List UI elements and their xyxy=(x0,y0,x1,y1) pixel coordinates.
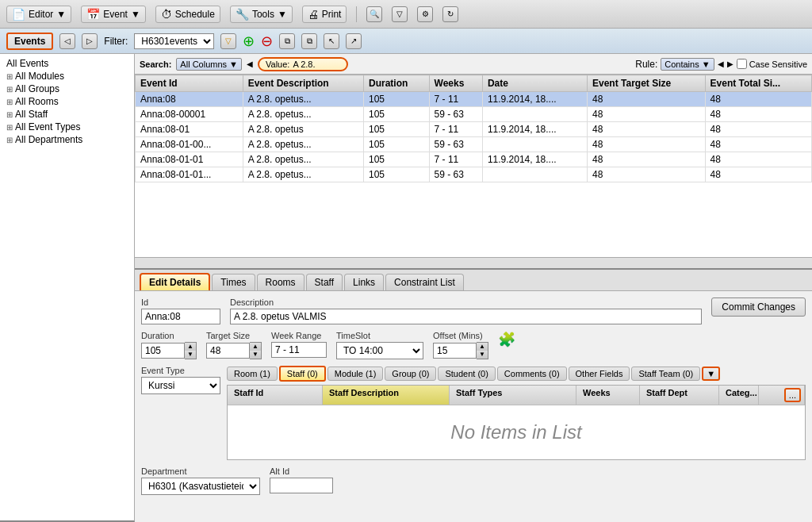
events-button[interactable]: Events xyxy=(6,33,53,50)
event-type-select[interactable]: Kurssi xyxy=(141,377,220,394)
case-sensitive-checkbox[interactable] xyxy=(737,59,747,69)
duration-down-btn[interactable]: ▼ xyxy=(185,351,196,359)
add-btn[interactable]: ⊕ xyxy=(243,33,255,50)
inner-col-staff-id[interactable]: Staff Id xyxy=(228,386,323,405)
search-icon-btn[interactable]: 🔍 xyxy=(366,6,382,22)
inner-tab-staff[interactable]: Staff (0) xyxy=(279,366,326,382)
inner-tab-group[interactable]: Group (0) xyxy=(385,367,436,381)
offset-down-btn[interactable]: ▼ xyxy=(477,351,488,359)
puzzle-icon[interactable]: 🧩 xyxy=(498,331,515,348)
tab-constraint-list[interactable]: Constraint List xyxy=(385,274,464,290)
table-row[interactable]: Anna:08-01-00...A 2.8. opetus...10559 - … xyxy=(136,137,812,152)
sidebar-item-all-groups[interactable]: ⊞ All Groups xyxy=(3,83,131,95)
tab-times[interactable]: Times xyxy=(212,274,255,290)
select-btn[interactable]: ↗ xyxy=(346,33,362,49)
week-range-input[interactable] xyxy=(271,342,327,358)
sidebar-item-all-rooms[interactable]: ⊞ All Rooms xyxy=(3,95,131,108)
col-total-size[interactable]: Event Total Si... xyxy=(705,75,811,92)
rule-nav-right[interactable]: ▶ xyxy=(727,59,733,68)
id-input[interactable] xyxy=(141,309,220,324)
table-row[interactable]: Anna:08-00001A 2.8. opetus...10559 - 634… xyxy=(136,107,812,122)
commit-changes-button[interactable]: Commit Changes xyxy=(711,297,806,317)
sidebar-item-all-departments[interactable]: ⊞ All Departments xyxy=(3,133,131,146)
nav-fwd-btn[interactable]: ▷ xyxy=(82,33,98,49)
offset-input[interactable] xyxy=(433,343,477,359)
inner-tab-comments[interactable]: Comments (0) xyxy=(497,367,567,381)
rule-dropdown[interactable]: Contains ▼ xyxy=(661,58,714,71)
print-icon: 🖨 xyxy=(308,8,319,21)
remove-btn[interactable]: ⊖ xyxy=(261,33,273,50)
table-row[interactable]: Anna:08-01-01...A 2.8. opetus...10559 - … xyxy=(136,167,812,182)
inner-tab-other-label: Other Fields xyxy=(576,369,623,378)
inner-col-staff-desc[interactable]: Staff Description xyxy=(323,386,450,405)
refresh-icon-btn[interactable]: ↻ xyxy=(442,6,458,22)
inner-tab-room[interactable]: Room (1) xyxy=(227,367,278,381)
col-date[interactable]: Date xyxy=(482,75,587,92)
table-row[interactable]: Anna:08A 2.8. opetus...1057 - 1111.9.201… xyxy=(136,92,812,107)
inner-col-staff-types[interactable]: Staff Types xyxy=(450,386,576,405)
event-button[interactable]: 📅 Event ▼ xyxy=(81,6,146,23)
duration-input[interactable] xyxy=(141,343,185,359)
table-cell: 48 xyxy=(705,122,811,137)
sidebar-item-all-staff[interactable]: ⊞ All Staff xyxy=(3,108,131,121)
col-duration[interactable]: Duration xyxy=(364,75,430,92)
tab-staff[interactable]: Staff xyxy=(306,274,343,290)
tab-links[interactable]: Links xyxy=(344,274,384,290)
filter-apply-btn[interactable]: ▽ xyxy=(220,33,236,49)
col-target-size[interactable]: Event Target Size xyxy=(588,75,706,92)
alt-id-input[interactable] xyxy=(270,478,333,493)
sidebar-item-all-modules[interactable]: ⊞ All Modules xyxy=(3,70,131,83)
target-input[interactable] xyxy=(206,343,250,359)
col-weeks[interactable]: Weeks xyxy=(429,75,482,92)
print-button[interactable]: 🖨 Print xyxy=(302,6,347,23)
bottom-panel: Edit Details Times Rooms Staff Links Con… xyxy=(135,268,812,522)
table-row[interactable]: Anna:08-01A 2.8. opetus1057 - 1111.9.201… xyxy=(136,122,812,137)
target-down-btn[interactable]: ▼ xyxy=(250,351,261,359)
target-up-btn[interactable]: ▲ xyxy=(250,343,261,351)
schedule-button[interactable]: ⏱ Schedule xyxy=(155,6,220,23)
all-departments-label: All Departments xyxy=(15,134,82,145)
sidebar-item-all-event-types[interactable]: ⊞ All Event Types xyxy=(3,121,131,133)
timeslot-select[interactable]: TO 14:00 xyxy=(336,342,423,359)
search-bar: Search: All Columns ▼ ◀ Value: Rule: Con… xyxy=(135,54,812,75)
nav-back-btn[interactable]: ◁ xyxy=(59,33,75,49)
tab-rooms[interactable]: Rooms xyxy=(257,274,304,290)
filter-icon-btn[interactable]: ▽ xyxy=(392,6,408,22)
inner-tab-module[interactable]: Module (1) xyxy=(327,367,384,381)
inner-col-categ[interactable]: Categ... xyxy=(719,386,759,405)
inner-tab-staff-team[interactable]: Staff Team (0) xyxy=(631,367,700,381)
duration-up-btn[interactable]: ▲ xyxy=(185,343,196,351)
tab-edit-details-label: Edit Details xyxy=(149,277,201,288)
copy2-btn[interactable]: ⧉ xyxy=(301,33,317,49)
filter-select[interactable]: H6301events xyxy=(134,33,214,49)
inner-tab-student[interactable]: Student (0) xyxy=(438,367,495,381)
sidebar-item-all-events[interactable]: All Events xyxy=(3,57,131,70)
more-tabs-button[interactable]: ▼ xyxy=(702,367,720,381)
inner-tab-other-fields[interactable]: Other Fields xyxy=(569,367,630,381)
offset-up-btn[interactable]: ▲ xyxy=(477,343,488,351)
cursor-btn[interactable]: ↖ xyxy=(324,33,339,49)
inner-col-staff-dept[interactable]: Staff Dept xyxy=(640,386,719,405)
col-event-desc[interactable]: Event Description xyxy=(243,75,363,92)
table-cell: Anna:08-00001 xyxy=(136,107,243,122)
inner-col-weeks[interactable]: Weeks xyxy=(576,386,640,405)
value-input[interactable] xyxy=(293,59,340,69)
col-event-id[interactable]: Event Id xyxy=(136,75,243,92)
desc-input[interactable] xyxy=(230,309,702,324)
copy-btn[interactable]: ⧉ xyxy=(279,33,295,49)
second-toolbar: Events ◁ ▷ Filter: H6301events ▽ ⊕ ⊖ ⧉ ⧉… xyxy=(0,29,812,54)
settings-icon-btn[interactable]: ⚙ xyxy=(417,6,433,22)
table-row[interactable]: Anna:08-01-01A 2.8. opetus...1057 - 1111… xyxy=(136,152,812,167)
tab-edit-details[interactable]: Edit Details xyxy=(140,273,210,290)
columns-label: All Columns xyxy=(180,59,227,69)
nav-left-icon[interactable]: ◀ xyxy=(247,59,253,68)
form-row-1: Id Description Commit Changes xyxy=(141,297,806,324)
tools-button[interactable]: 🔧 Tools ▼ xyxy=(230,6,293,23)
horizontal-scrollbar[interactable] xyxy=(135,257,812,268)
inner-col-more-button[interactable]: ... xyxy=(784,388,801,402)
dept-select[interactable]: H6301 (Kasvatustieteide... xyxy=(141,478,260,495)
rule-nav-left[interactable]: ◀ xyxy=(718,59,724,68)
editor-button[interactable]: 📄 Editor ▼ xyxy=(6,6,71,23)
columns-dropdown[interactable]: All Columns ▼ xyxy=(176,58,242,71)
rule-arrow: ▼ xyxy=(702,59,710,69)
